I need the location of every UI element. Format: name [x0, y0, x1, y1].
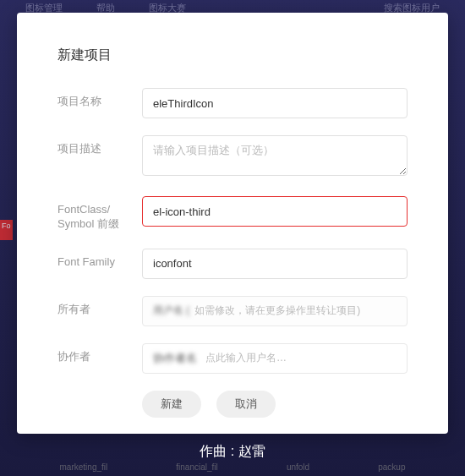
create-project-modal: 新建项目 项目名称 项目描述 FontClass/ Symbol 前缀 Font…: [17, 13, 448, 434]
collaborator-input[interactable]: 协作者名 点此输入用户名…: [142, 343, 408, 374]
fontclass-input[interactable]: [142, 196, 408, 227]
fontfamily-label: Font Family: [57, 249, 142, 270]
create-button[interactable]: 新建: [142, 391, 201, 418]
project-name-label: 项目名称: [57, 88, 142, 109]
collaborator-existing-blurred: 协作者名: [153, 351, 197, 366]
background-red-tag: Fo: [0, 220, 13, 240]
fontfamily-input[interactable]: [142, 249, 408, 279]
fontclass-label: FontClass/ Symbol 前缀: [57, 196, 142, 232]
owner-value-blurred: 用户名 (: [153, 304, 189, 318]
owner-label: 所有者: [57, 296, 142, 317]
owner-hint: 如需修改，请在更多操作里转让项目): [194, 304, 360, 318]
collaborator-label: 协作者: [57, 343, 142, 364]
cancel-button[interactable]: 取消: [216, 391, 276, 418]
collaborator-row: 协作者 协作者名 点此输入用户名…: [57, 343, 408, 374]
modal-title: 新建项目: [57, 47, 408, 64]
owner-display: 用户名 ( 如需修改，请在更多操作里转让项目): [142, 296, 408, 326]
music-player-text: 作曲 : 赵雷: [0, 443, 465, 461]
background-bottom-items: marketing_fil financial_fil unfold packu…: [0, 462, 465, 472]
project-name-input[interactable]: [142, 88, 408, 118]
owner-row: 所有者 用户名 ( 如需修改，请在更多操作里转让项目): [57, 296, 408, 326]
collaborator-placeholder: 点此输入用户名…: [205, 351, 287, 365]
project-desc-input[interactable]: [142, 135, 408, 176]
project-desc-label: 项目描述: [57, 135, 142, 156]
project-name-row: 项目名称: [57, 88, 408, 118]
modal-button-row: 新建 取消: [142, 391, 408, 418]
project-desc-row: 项目描述: [57, 135, 408, 179]
fontclass-row: FontClass/ Symbol 前缀: [57, 196, 408, 232]
fontfamily-row: Font Family: [57, 249, 408, 279]
